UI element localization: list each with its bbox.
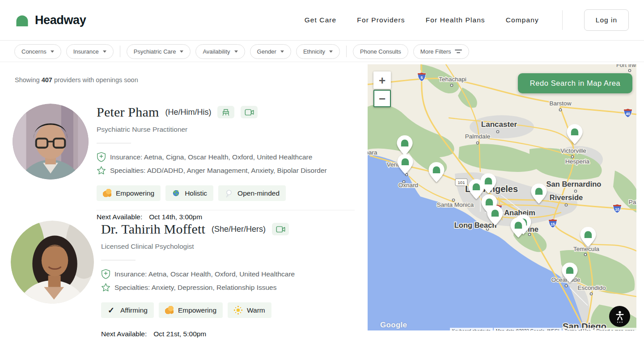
brand-name: Headway [35, 13, 86, 27]
redo-search-button[interactable]: Redo Search in Map Area [518, 73, 632, 93]
showing-suffix: providers with openings soon [54, 76, 138, 84]
report-map-error-link[interactable]: Report a map error [594, 328, 636, 330]
muscle-icon [103, 189, 111, 197]
map-label-victorville: Victorville [560, 147, 586, 154]
personality-tags: Affirming Empowering Warm [101, 302, 295, 318]
provider-info: Dr. Tahirih Moffett (She/Her/Hers) Licen… [101, 221, 295, 338]
map-label-temecula: Temecula [573, 246, 599, 252]
map-label-oxnard: Oxnard [398, 182, 418, 188]
shield-us101: 101 [458, 180, 465, 185]
map-attribution: Keyboard shortcuts Map data ©2023 Google… [450, 328, 636, 330]
chevron-down-icon [234, 50, 238, 53]
next-available-label: Next Available: [101, 330, 147, 338]
insurance-text: Insurance: Aetna, Oscar Health, Oxford, … [114, 270, 295, 278]
map-canvas[interactable]: 5 40 605 10 15 101 [368, 64, 636, 330]
tag-label: Empowering [116, 189, 154, 197]
filter-concerns[interactable]: Concerns [14, 44, 61, 59]
nav-for-health-plans[interactable]: For Health Plans [426, 16, 485, 24]
headway-logo[interactable]: Headway [15, 13, 86, 27]
provider-title: Psychiatric Nurse Practitioner [97, 125, 327, 134]
map-label-palm-springs: Palm Springs [629, 199, 636, 205]
chevron-down-icon [51, 50, 54, 53]
map-label-lancaster: Lancaster [481, 120, 517, 129]
next-available-value: Oct 14th, 3:00pm [149, 213, 202, 221]
filter-gender[interactable]: Gender [250, 44, 291, 59]
star-icon [101, 283, 110, 292]
star-icon [97, 166, 106, 175]
provider-photo-image [11, 221, 94, 304]
provider-info: Peter Pham (He/Him/His) [97, 104, 327, 221]
filter-psychiatric-care[interactable]: Psychiatric Care [127, 44, 191, 59]
provider-card[interactable]: Dr. Tahirih Moffett (She/Her/Hers) Licen… [13, 221, 295, 338]
provider-name[interactable]: Peter Pham [97, 105, 159, 120]
map-label-fort-irwin: Fort Irwin [616, 64, 636, 68]
provider-photo[interactable] [13, 104, 89, 180]
provider-card[interactable]: Peter Pham (He/Him/His) [13, 104, 327, 221]
provider-photo[interactable] [11, 221, 94, 304]
thought-bubble-icon [225, 189, 233, 197]
provider-pronouns: (He/Him/His) [165, 108, 211, 117]
next-available-row: Next Available: Oct 14th, 3:00pm [97, 213, 327, 221]
filter-lines-icon [455, 50, 462, 53]
accessibility-widget-button[interactable] [609, 306, 630, 327]
filter-more-filters[interactable]: More Filters [413, 44, 470, 59]
in-person-badge [217, 106, 234, 118]
filter-label: Insurance [73, 48, 99, 55]
card-separator [96, 210, 355, 210]
filter-bar: Concerns Insurance Psychiatric Care Avai… [0, 41, 644, 62]
nav-for-providers[interactable]: For Providers [357, 16, 405, 24]
tag-pill: Empowering [159, 302, 223, 318]
provider-title: Licensed Clinical Psychologist [101, 242, 295, 251]
map-zoom-in-button[interactable]: + [373, 71, 391, 89]
nav-get-care[interactable]: Get Care [305, 16, 337, 24]
headway-dome-icon [15, 14, 29, 26]
tag-pill: Open-minded [218, 185, 286, 201]
map-zoom-out-button[interactable]: − [373, 90, 391, 107]
next-available-row: Next Available: Oct 21st, 5:00pm [101, 330, 295, 338]
filter-phone-consults[interactable]: Phone Consults [353, 44, 408, 59]
login-button[interactable]: Log in [584, 9, 629, 31]
provider-name[interactable]: Dr. Tahirih Moffett [101, 222, 205, 237]
muscle-icon [165, 306, 174, 314]
map-label-escondido: Escondido [577, 284, 606, 291]
map-label-palmdale: Palmdale [465, 133, 490, 140]
keyboard-shortcuts-link[interactable]: Keyboard shortcuts [450, 328, 493, 330]
filter-availability[interactable]: Availability [195, 44, 245, 59]
next-available-label: Next Available: [97, 213, 142, 221]
filter-ethnicity[interactable]: Ethnicity [296, 44, 340, 59]
filter-divider [120, 46, 120, 57]
top-nav: Headway Get Care For Providers For Healt… [0, 0, 644, 41]
shield-i10: 10 [615, 207, 619, 212]
map-label-santa-barbara: Santa Barbara [368, 149, 377, 156]
tag-label: Open-minded [237, 189, 280, 197]
shield-i5: 5 [420, 75, 423, 80]
provider-pronouns: (She/Her/Hers) [212, 225, 266, 234]
divider [97, 143, 131, 143]
chevron-down-icon [329, 50, 333, 53]
tag-label: Affirming [120, 306, 148, 314]
check-icon [107, 306, 116, 314]
map-label-barstow: Barstow [550, 100, 572, 107]
filter-label: Availability [203, 48, 230, 55]
specialties-text: Specialties: Anxiety, Depression, Relati… [114, 284, 276, 292]
map-data-credit: Map data ©2023 Google, INEGI [494, 328, 562, 330]
headway-search-page: Headway Get Care For Providers For Healt… [0, 0, 644, 347]
map-label-san-bernardino: San Bernardino [547, 180, 602, 188]
results-count: 407 [42, 76, 52, 84]
filter-label: Concerns [21, 48, 47, 55]
terms-of-use-link[interactable]: Terms of Use [563, 328, 593, 330]
nav-company[interactable]: Company [506, 16, 539, 24]
filter-insurance[interactable]: Insurance [66, 44, 114, 59]
map-panel[interactable]: 5 40 605 10 15 101 [368, 64, 636, 330]
tag-pill: Holistic [165, 185, 213, 201]
map-label-riverside: Riverside [550, 193, 583, 201]
map-label-tehachapi: Tehachapi [439, 76, 466, 83]
chevron-down-icon [103, 50, 106, 53]
chair-icon [221, 108, 230, 116]
tag-label: Holistic [185, 189, 207, 197]
accessibility-person-icon [614, 310, 626, 323]
results-count-line: Showing 407 providers with openings soon [15, 76, 138, 84]
filter-divider [346, 46, 347, 57]
specialties-row: Specialties: ADD/ADHD, Anger Management,… [97, 166, 327, 175]
insurance-row: Insurance: Aetna, Cigna, Oscar Health, O… [97, 152, 327, 162]
